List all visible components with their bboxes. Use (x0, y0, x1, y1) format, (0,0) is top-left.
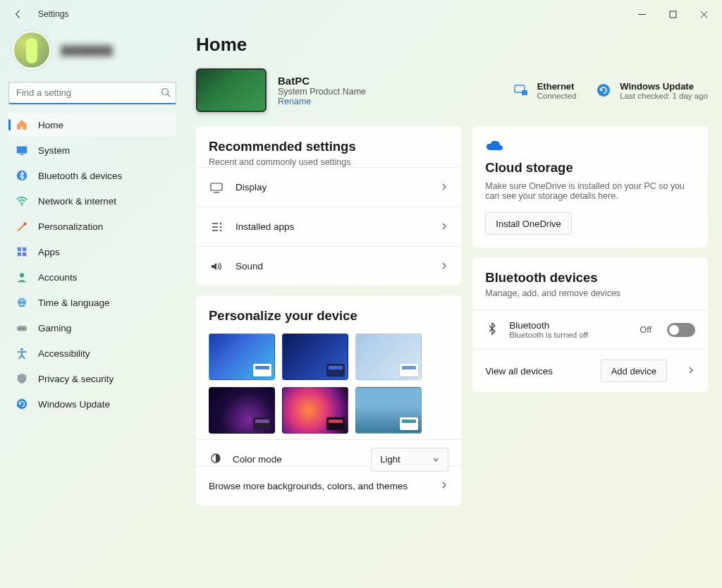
sidebar-item-system[interactable]: System (8, 138, 176, 162)
status-ethernet[interactable]: Ethernet Connected (512, 81, 577, 100)
sidebar-item-time[interactable]: Time & language (8, 290, 176, 314)
close-button[interactable] (688, 4, 719, 25)
chevron-right-icon (440, 260, 448, 273)
sidebar-item-accounts[interactable]: Accounts (8, 265, 176, 289)
sidebar-item-label: Personalization (38, 221, 103, 232)
sidebar-item-privacy[interactable]: Privacy & security (8, 367, 176, 391)
profile-name: ████████ (61, 45, 113, 56)
sidebar-item-label: Accounts (38, 272, 78, 283)
sidebar-item-label: Home (38, 120, 63, 130)
status-sub: Last checked: 1 day ago (620, 92, 708, 100)
browse-more-row[interactable]: Browse more backgrounds, colors, and the… (196, 466, 461, 506)
profile[interactable]: ████████ (8, 28, 176, 82)
sidebar-item-label: Privacy & security (38, 374, 114, 384)
card-bluetooth: Bluetooth devices Manage, add, and remov… (472, 257, 708, 392)
status-sub: Connected (537, 92, 577, 100)
row-installed-apps[interactable]: Installed apps (196, 207, 461, 246)
sidebar-item-home[interactable]: Home (8, 113, 176, 137)
update-status-icon (594, 81, 613, 99)
accounts-icon (16, 271, 28, 283)
theme-option[interactable] (209, 333, 275, 380)
color-mode-icon (209, 451, 223, 468)
search (8, 82, 176, 104)
status-title: Windows Update (620, 81, 708, 92)
svg-point-11 (20, 273, 24, 277)
add-device-button[interactable]: Add device (601, 360, 667, 382)
card-desc: Recent and commonly used settings (209, 157, 448, 167)
back-button[interactable] (8, 4, 28, 24)
svg-point-17 (17, 399, 27, 409)
svg-point-14 (19, 328, 20, 329)
svg-point-22 (220, 222, 221, 223)
bluetooth-row-icon (485, 321, 499, 338)
card-desc: Manage, add, and remove devices (485, 288, 695, 298)
chevron-right-icon (440, 481, 448, 491)
apps-icon (16, 245, 28, 258)
theme-option[interactable] (355, 333, 422, 380)
minimize-button[interactable] (626, 4, 657, 25)
install-onedrive-button[interactable]: Install OneDrive (485, 212, 571, 235)
svg-point-24 (220, 229, 221, 231)
sidebar-item-label: Windows Update (38, 399, 110, 410)
svg-rect-21 (211, 183, 222, 190)
theme-option[interactable] (209, 387, 275, 434)
rename-link[interactable]: Rename (278, 97, 366, 106)
search-icon (161, 87, 171, 100)
toggle-state-label: Off (640, 325, 651, 335)
browse-label: Browse more backgrounds, colors, and the… (209, 481, 408, 491)
row-sound[interactable]: Sound (196, 246, 461, 286)
update-icon (16, 398, 28, 410)
row-display[interactable]: Display (196, 167, 461, 207)
bluetooth-view-row: View all devices Add device (472, 349, 708, 392)
svg-rect-13 (17, 326, 27, 331)
theme-option[interactable] (355, 387, 422, 434)
color-mode-select[interactable]: Light (371, 448, 448, 472)
svg-point-20 (597, 84, 610, 97)
sidebar-item-personalization[interactable]: Personalization (8, 214, 176, 238)
sidebar-item-gaming[interactable]: Gaming (8, 316, 176, 340)
status-update[interactable]: Windows Update Last checked: 1 day ago (594, 81, 708, 100)
bluetooth-toggle[interactable] (667, 323, 695, 337)
device-name: BatPC (278, 75, 366, 87)
sidebar-item-apps[interactable]: Apps (8, 240, 176, 264)
device-product: System Product Name (278, 87, 366, 97)
toggle-title: Bluetooth (509, 320, 588, 331)
chevron-right-icon (440, 181, 448, 194)
svg-rect-19 (522, 90, 527, 95)
sidebar-item-accessibility[interactable]: Accessibility (8, 341, 176, 365)
chevron-right-icon[interactable] (687, 366, 695, 376)
svg-rect-10 (23, 252, 26, 256)
view-all-link[interactable]: View all devices (485, 366, 553, 376)
sidebar-item-label: Time & language (38, 298, 110, 308)
search-input[interactable] (8, 82, 176, 104)
sidebar-item-network[interactable]: Network & internet (8, 189, 176, 213)
color-mode-value: Light (380, 454, 400, 465)
theme-option[interactable] (282, 333, 348, 380)
system-icon (16, 144, 28, 157)
svg-rect-3 (20, 154, 23, 154)
sidebar-item-bluetooth[interactable]: Bluetooth & devices (8, 164, 176, 188)
card-title: Recommended settings (209, 139, 448, 154)
card-desc: Make sure OneDrive is installed on your … (485, 181, 695, 201)
personalization-icon (16, 220, 28, 233)
maximize-button[interactable] (657, 4, 688, 25)
sidebar-item-label: Network & internet (38, 196, 116, 207)
device-row: BatPC System Product Name Rename Etherne… (196, 68, 708, 112)
theme-option[interactable] (282, 387, 348, 434)
cloud-icon (485, 139, 695, 156)
card-title: Personalize your device (209, 308, 448, 324)
sidebar-item-update[interactable]: Windows Update (8, 392, 176, 416)
card-personalize: Personalize your device Color mode Li (196, 295, 461, 506)
svg-point-1 (162, 89, 169, 95)
display-icon (209, 180, 224, 195)
svg-point-15 (23, 328, 25, 329)
bluetooth-icon (16, 169, 28, 182)
row-label: Installed apps (235, 221, 429, 232)
svg-rect-0 (670, 11, 676, 18)
installed-apps-icon (209, 220, 224, 234)
gaming-icon (16, 321, 28, 334)
svg-point-5 (21, 204, 23, 205)
row-label: Sound (235, 261, 429, 271)
status-title: Ethernet (537, 81, 577, 92)
svg-point-16 (20, 348, 23, 351)
